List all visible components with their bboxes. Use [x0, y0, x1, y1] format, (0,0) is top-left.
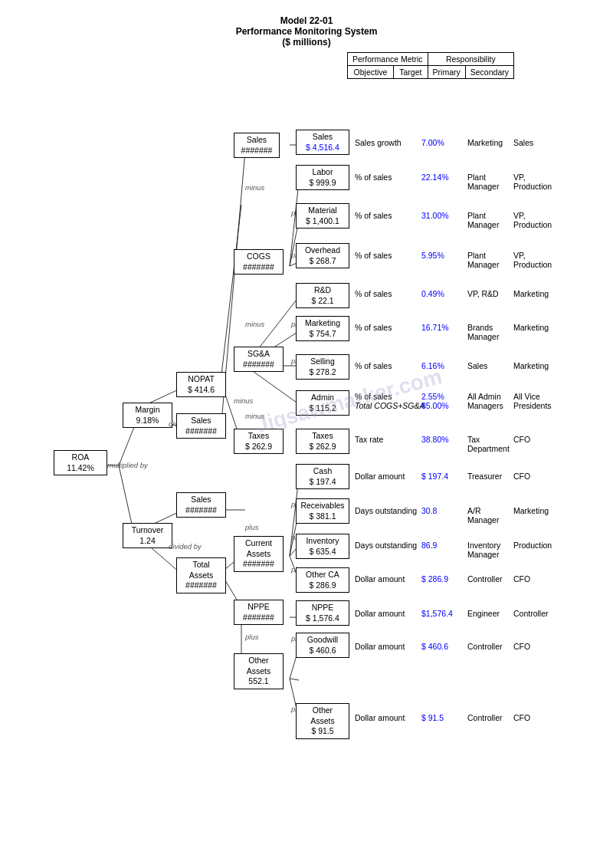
perf-row-3: % of sales	[355, 211, 392, 220]
taxes-right-label: Taxes	[300, 431, 346, 442]
perf-row-16: Dollar amount	[355, 713, 405, 722]
minus-cogs-label: minus	[245, 183, 264, 192]
rd-label: R&D	[300, 285, 346, 296]
perf-row-5: % of sales	[355, 289, 392, 298]
secondary-14: Controller	[513, 609, 549, 618]
target-13: $ 286.9	[421, 574, 448, 584]
secondary-5: Marketing	[513, 289, 549, 298]
turnover-value: 1.24	[126, 536, 169, 547]
target-2: 22.14%	[421, 173, 449, 182]
perf-row-1: Sales growth	[355, 138, 402, 147]
roa-value: 11.42%	[57, 463, 103, 474]
other-assets-right-box: OtherAssets $ 91.5	[296, 703, 349, 739]
labor-value: $ 999.9	[300, 178, 346, 189]
goodwill-box: Goodwill $ 460.6	[296, 633, 349, 658]
primary-16: Controller	[467, 713, 503, 722]
sales-top-label: Sales	[238, 135, 276, 146]
perf-row-13: Dollar amount	[355, 574, 405, 584]
perf-row-6: % of sales	[355, 323, 392, 332]
inventory-box: Inventory $ 635.4	[296, 534, 349, 559]
material-box: Material $ 1,400.1	[296, 203, 349, 229]
taxes-box: Taxes $ 262.9	[234, 429, 284, 454]
sales-margin-box: Sales #######	[176, 413, 226, 439]
selling-value: $ 278.2	[300, 367, 346, 378]
sales-turnover-label: Sales	[180, 495, 222, 505]
primary-15: Controller	[467, 642, 503, 651]
oca-label: Other CA	[300, 570, 346, 580]
current-assets-label: CurrentAssets	[238, 538, 280, 559]
secondary-16: CFO	[513, 713, 530, 722]
rd-box: R&D $ 22.1	[296, 283, 349, 308]
plus-nppe-label: plus	[245, 633, 258, 641]
taxes-label: Taxes	[238, 431, 280, 442]
target-3: 31.00%	[421, 211, 449, 220]
target-14: $1,576.4	[421, 609, 453, 618]
sales-top-hash: #######	[238, 146, 276, 156]
nppe-label: NPPE	[238, 602, 280, 613]
nopat-label: NOPAT	[180, 374, 222, 385]
target-16: $ 91.5	[421, 713, 444, 722]
recv-label: Receivables	[300, 501, 346, 511]
secondary-3: VP,Production	[513, 211, 552, 229]
sales-turnover-value: #######	[180, 505, 222, 516]
roa-box: ROA 11.42%	[54, 450, 107, 475]
perf-row-7: % of sales	[355, 361, 392, 370]
secondary-6: Marketing	[513, 323, 549, 332]
current-assets-value: #######	[238, 559, 280, 570]
nppe-box: NPPE #######	[234, 600, 284, 625]
secondary-8: All VicePresidents	[513, 392, 552, 410]
other-assets-box: OtherAssets 552.1	[234, 653, 284, 689]
margin-label: Margin	[126, 405, 169, 416]
secondary-9: CFO	[513, 435, 530, 444]
secondary-4: VP,Production	[513, 251, 552, 269]
divided-by-label-2: divided by	[169, 542, 202, 551]
marketing-label: Marketing	[300, 318, 346, 329]
cogs-label: COGS	[238, 252, 280, 262]
minus-sga-label: minus	[245, 320, 264, 328]
target-5: 0.49%	[421, 289, 444, 298]
primary-9: TaxDepartment	[467, 435, 510, 453]
cogs-box: COGS #######	[234, 249, 284, 275]
receivables-box: Receivables $ 381.1	[296, 498, 349, 524]
rd-value: $ 22.1	[300, 296, 346, 307]
marketing-box: Marketing $ 754.7	[296, 316, 349, 341]
labor-label: Labor	[300, 167, 346, 178]
obj-1: Sales growth	[355, 138, 402, 147]
overhead-value: $ 268.7	[300, 256, 346, 267]
current-assets-box: CurrentAssets #######	[234, 536, 284, 572]
primary-12: InventoryManager	[467, 541, 500, 559]
recv-value: $ 381.1	[300, 511, 346, 522]
marketing-value: $ 754.7	[300, 329, 346, 340]
nppe-hash: #######	[238, 613, 280, 623]
target-6: 16.71%	[421, 323, 449, 332]
total-assets-value: #######	[180, 580, 222, 591]
sga-label: SG&A	[238, 349, 280, 360]
admin-value: $ 115.2	[300, 403, 346, 414]
nppe-r-value: $ 1,576.4	[300, 613, 346, 624]
title-line1: Model 22-01	[8, 15, 605, 26]
overhead-label: Overhead	[300, 245, 346, 256]
total-assets-box: TotalAssets #######	[176, 557, 226, 593]
admin-box: Admin $ 115.2	[296, 390, 349, 416]
nppe-right-box: NPPE $ 1,576.4	[296, 600, 349, 626]
secondary-15: CFO	[513, 642, 530, 651]
taxes-right-value: $ 262.9	[300, 442, 346, 452]
cash-box: Cash $ 197.4	[296, 464, 349, 489]
title-line3: ($ millions)	[8, 37, 605, 48]
perf-row-9: Tax rate	[355, 435, 383, 444]
cash-value: $ 197.4	[300, 477, 346, 488]
sales-turnover-box: Sales #######	[176, 492, 226, 518]
primary-1: Marketing	[467, 138, 503, 147]
turnover-box: Turnover 1.24	[123, 523, 172, 548]
secondary-13: CFO	[513, 574, 530, 584]
goodwill-label: Goodwill	[300, 635, 346, 646]
primary-8: All AdminManagers	[467, 392, 503, 410]
secondary-10: CFO	[513, 472, 530, 481]
target-15: $ 460.6	[421, 642, 448, 651]
primary-14: Engineer	[467, 609, 500, 618]
perf-row-8: % of salesTotal COGS+SG&A	[355, 392, 425, 410]
sga-value: #######	[238, 360, 280, 370]
title-section: Model 22-01 Performance Monitoring Syste…	[8, 15, 605, 48]
sales-margin-value: #######	[180, 426, 222, 437]
perf-row-4: % of sales	[355, 251, 392, 260]
